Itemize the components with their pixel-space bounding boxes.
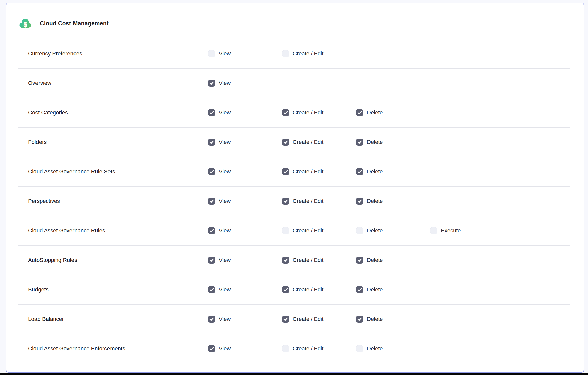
permission-view: View — [208, 80, 282, 87]
delete-checkbox[interactable] — [356, 286, 363, 293]
permission-delete: Delete — [356, 227, 430, 234]
permission-row-cloud-asset-governance-enforcements: Cloud Asset Governance EnforcementsViewC… — [6, 334, 584, 363]
permission-delete: Delete — [356, 345, 430, 352]
permission-row-cost-categories: Cost CategoriesViewCreate / EditDelete — [6, 98, 584, 127]
permission-view: View — [208, 168, 282, 175]
checkmark-icon — [356, 168, 363, 175]
checkmark-icon — [282, 257, 289, 264]
resource-label: Perspectives — [6, 198, 208, 204]
permission-create-edit: Create / Edit — [282, 168, 356, 175]
permission-row-currency-preferences: Currency PreferencesViewCreate / Edit — [6, 39, 584, 68]
permission-label: Create / Edit — [293, 257, 323, 263]
create-edit-checkbox[interactable] — [282, 109, 289, 116]
delete-checkbox[interactable] — [356, 227, 363, 234]
checkmark-icon — [356, 139, 363, 146]
page-title: Cloud Cost Management — [40, 20, 109, 27]
delete-checkbox[interactable] — [356, 345, 363, 352]
permission-label: View — [219, 257, 231, 263]
resource-label: Folders — [6, 139, 208, 145]
create-edit-checkbox[interactable] — [282, 198, 289, 205]
permission-row-perspectives: PerspectivesViewCreate / EditDelete — [6, 186, 584, 216]
module-header: $ Cloud Cost Management — [19, 18, 584, 29]
delete-checkbox[interactable] — [356, 257, 363, 264]
view-checkbox[interactable] — [208, 227, 215, 234]
permission-label: Delete — [367, 316, 383, 322]
permission-view: View — [208, 139, 282, 146]
create-edit-checkbox[interactable] — [282, 139, 289, 146]
permission-label: Delete — [367, 139, 383, 145]
create-edit-checkbox[interactable] — [282, 168, 289, 175]
permission-view: View — [208, 50, 282, 57]
permission-delete: Delete — [356, 316, 430, 323]
permission-delete: Delete — [356, 109, 430, 116]
permission-label: View — [219, 139, 231, 145]
permission-label: Delete — [367, 227, 383, 234]
view-checkbox[interactable] — [208, 50, 215, 57]
permission-execute: Execute — [430, 227, 504, 234]
checkmark-icon — [208, 80, 215, 87]
permission-label: Create / Edit — [293, 286, 323, 293]
checkmark-icon — [356, 257, 363, 264]
delete-checkbox[interactable] — [356, 109, 363, 116]
cloud-dollar-icon: $ — [19, 18, 32, 29]
view-checkbox[interactable] — [208, 139, 215, 146]
permission-label: Create / Edit — [293, 198, 323, 204]
view-checkbox[interactable] — [208, 316, 215, 323]
permission-view: View — [208, 198, 282, 205]
checkmark-icon — [282, 139, 289, 146]
permissions-card: $ Cloud Cost Management Currency Prefere… — [6, 3, 584, 373]
checkmark-icon — [356, 316, 363, 323]
view-checkbox[interactable] — [208, 109, 215, 116]
permission-label: Create / Edit — [293, 139, 323, 145]
permission-row-cloud-asset-governance-rule-sets: Cloud Asset Governance Rule SetsViewCrea… — [6, 157, 584, 186]
permission-row-load-balancer: Load BalancerViewCreate / EditDelete — [6, 304, 584, 334]
create-edit-checkbox[interactable] — [282, 50, 289, 57]
permission-view: View — [208, 316, 282, 323]
create-edit-checkbox[interactable] — [282, 286, 289, 293]
resource-label: Cloud Asset Governance Enforcements — [6, 345, 208, 352]
create-edit-checkbox[interactable] — [282, 345, 289, 352]
delete-checkbox[interactable] — [356, 198, 363, 205]
permission-label: View — [219, 286, 231, 293]
view-checkbox[interactable] — [208, 345, 215, 352]
permission-create-edit: Create / Edit — [282, 345, 356, 352]
permission-create-edit: Create / Edit — [282, 50, 356, 57]
bottom-edge-bar — [0, 373, 588, 375]
permission-label: View — [219, 345, 231, 352]
checkmark-icon — [208, 257, 215, 264]
checkmark-icon — [282, 316, 289, 323]
checkmark-icon — [282, 109, 289, 116]
resource-label: Load Balancer — [6, 316, 208, 322]
create-edit-checkbox[interactable] — [282, 316, 289, 323]
permission-delete: Delete — [356, 257, 430, 264]
svg-text:$: $ — [23, 21, 27, 28]
view-checkbox[interactable] — [208, 198, 215, 205]
permission-label: Delete — [367, 345, 383, 352]
view-checkbox[interactable] — [208, 168, 215, 175]
create-edit-checkbox[interactable] — [282, 257, 289, 264]
delete-checkbox[interactable] — [356, 139, 363, 146]
permission-create-edit: Create / Edit — [282, 286, 356, 293]
permission-create-edit: Create / Edit — [282, 139, 356, 146]
resource-label: Cloud Asset Governance Rule Sets — [6, 168, 208, 175]
permission-create-edit: Create / Edit — [282, 257, 356, 264]
delete-checkbox[interactable] — [356, 168, 363, 175]
permission-create-edit: Create / Edit — [282, 316, 356, 323]
execute-checkbox[interactable] — [430, 227, 437, 234]
permission-create-edit: Create / Edit — [282, 198, 356, 205]
permission-label: View — [219, 50, 231, 57]
permission-delete: Delete — [356, 139, 430, 146]
permission-create-edit: Create / Edit — [282, 227, 356, 234]
delete-checkbox[interactable] — [356, 316, 363, 323]
view-checkbox[interactable] — [208, 257, 215, 264]
permission-label: Execute — [441, 227, 461, 234]
create-edit-checkbox[interactable] — [282, 227, 289, 234]
view-checkbox[interactable] — [208, 80, 215, 87]
permission-label: View — [219, 316, 231, 322]
permission-row-autostopping-rules: AutoStopping RulesViewCreate / EditDelet… — [6, 245, 584, 275]
view-checkbox[interactable] — [208, 286, 215, 293]
permission-row-overview: OverviewView — [6, 68, 584, 98]
permission-delete: Delete — [356, 286, 430, 293]
permission-label: Create / Edit — [293, 168, 323, 175]
resource-label: AutoStopping Rules — [6, 257, 208, 263]
